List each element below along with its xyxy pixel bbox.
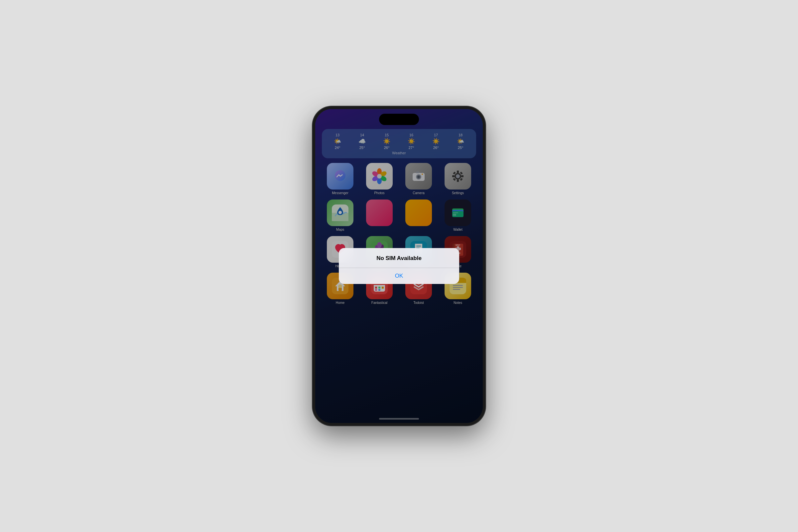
alert-overlay: No SIM Available OK xyxy=(315,109,483,423)
alert-title-area: No SIM Available xyxy=(339,248,459,268)
phone-screen: 13 🌤️ 24° 14 ☁️ 25° 15 ☀️ 26° xyxy=(315,109,483,423)
alert-title: No SIM Available xyxy=(344,255,454,262)
phone-device: 13 🌤️ 24° 14 ☁️ 25° 15 ☀️ 26° xyxy=(312,107,486,425)
alert-ok-button[interactable]: OK xyxy=(339,268,459,284)
alert-dialog: No SIM Available OK xyxy=(339,248,459,284)
